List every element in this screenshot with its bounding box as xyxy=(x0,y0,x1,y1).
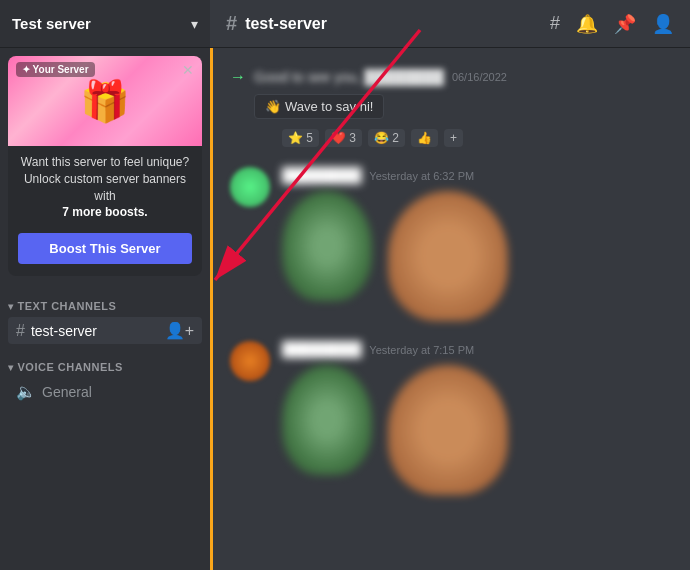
section-chevron-icon: ▾ xyxy=(8,301,14,312)
messages-list: → Good to see you, ████████ 06/16/2022 👋… xyxy=(210,48,690,570)
chevron-down-icon: ▾ xyxy=(191,16,198,32)
add-member-icon[interactable]: 👤+ xyxy=(165,321,194,340)
message-row-2: ████████ Yesterday at 7:15 PM xyxy=(230,341,674,495)
sidebar-header[interactable]: Test server ▾ xyxy=(0,0,210,48)
voice-channel-general[interactable]: 🔈 General xyxy=(8,378,202,405)
channel-header: # test-server xyxy=(210,12,550,35)
boost-desc-line1: Want this server to feel unique? xyxy=(21,155,189,169)
message-username: ████████ xyxy=(282,167,361,183)
wave-emoji: 👋 xyxy=(265,99,281,114)
boost-card: ✕ ✦ Your Server 🎁 Want this server to fe… xyxy=(8,56,202,276)
text-channels-label: TEXT CHANNELS xyxy=(18,300,117,312)
message-timestamp: Yesterday at 6:32 PM xyxy=(369,170,474,182)
channel-hash-icon: # xyxy=(226,12,237,35)
channel-hash-icon: # xyxy=(16,322,25,340)
speaker-icon: 🔈 xyxy=(16,382,36,401)
hashtag-icon[interactable]: # xyxy=(550,13,560,34)
boost-card-image: ✦ Your Server 🎁 xyxy=(8,56,202,146)
boost-card-description: Want this server to feel unique? Unlock … xyxy=(8,146,202,225)
voice-channels-label: VOICE CHANNELS xyxy=(18,361,123,373)
close-icon[interactable]: ✕ xyxy=(182,62,194,78)
sidebar: ✕ ✦ Your Server 🎁 Want this server to fe… xyxy=(0,48,210,570)
channel-title: test-server xyxy=(245,15,327,33)
reaction-button[interactable]: 👍 xyxy=(411,129,438,147)
your-server-label: ✦ Your Server xyxy=(16,62,95,77)
unread-indicator xyxy=(210,48,213,570)
avatar xyxy=(230,167,270,207)
voice-channel-name: General xyxy=(42,384,194,400)
message-row: ████████ Yesterday at 6:32 PM xyxy=(230,167,674,321)
wave-button[interactable]: 👋 Wave to say hi! xyxy=(254,94,384,119)
voice-channels-section[interactable]: ▾ VOICE CHANNELS xyxy=(0,345,210,377)
boost-server-button[interactable]: Boost This Server xyxy=(18,233,192,264)
channel-name: test-server xyxy=(31,323,165,339)
bell-icon[interactable]: 🔔 xyxy=(576,13,598,35)
members-icon[interactable]: 👤 xyxy=(652,13,674,35)
reaction-button[interactable]: ⭐ 5 xyxy=(282,129,319,147)
avatar-2 xyxy=(230,341,270,381)
user-figure-image-4 xyxy=(388,365,508,495)
system-timestamp: 06/16/2022 xyxy=(452,71,507,83)
chat-area: → Good to see you, ████████ 06/16/2022 👋… xyxy=(210,48,690,570)
join-arrow-icon: → xyxy=(230,68,246,86)
wave-label: Wave to say hi! xyxy=(285,99,373,114)
reaction-button[interactable]: 😂 2 xyxy=(368,129,405,147)
message-timestamp-2: Yesterday at 7:15 PM xyxy=(369,344,474,356)
boost-desc-line2: Unlock custom server banners with xyxy=(24,172,186,203)
section-chevron-voice-icon: ▾ xyxy=(8,362,14,373)
reaction-button[interactable]: + xyxy=(444,129,463,147)
server-name: Test server xyxy=(12,15,91,32)
system-message: → Good to see you, ████████ 06/16/2022 👋… xyxy=(230,64,674,119)
text-channels-section[interactable]: ▾ TEXT CHANNELS xyxy=(0,284,210,316)
pin-icon[interactable]: 📌 xyxy=(614,13,636,35)
channel-item-test-server[interactable]: # test-server 👤+ xyxy=(8,317,202,344)
boost-highlight: 7 more boosts. xyxy=(62,205,147,219)
user-figure-image-2 xyxy=(388,191,508,321)
system-text: Good to see you, ████████ xyxy=(254,69,444,85)
boost-card-decoration: 🎁 xyxy=(80,78,130,125)
user-figure-image xyxy=(282,191,372,301)
reaction-button[interactable]: ❤️ 3 xyxy=(325,129,362,147)
message-username-2: ████████ xyxy=(282,341,361,357)
header-icons: # 🔔 📌 👤 xyxy=(550,13,690,35)
user-figure-image-3 xyxy=(282,365,372,475)
